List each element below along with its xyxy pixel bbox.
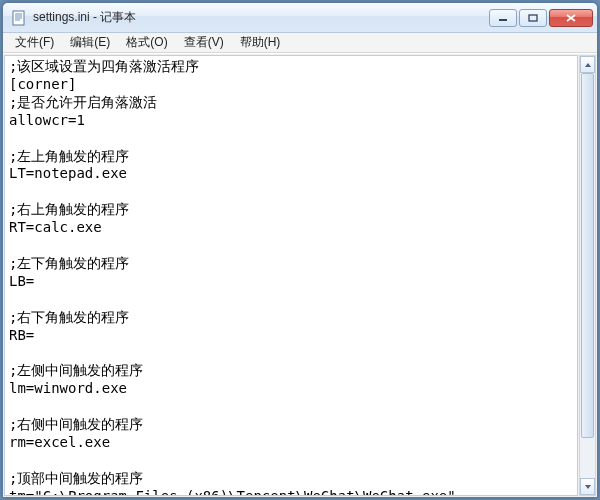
text-editor[interactable]: ;该区域设置为四角落激活程序[corner];是否允许开启角落激活allowcr… xyxy=(4,55,578,496)
menu-format[interactable]: 格式(O) xyxy=(118,32,175,53)
editor-line xyxy=(9,130,573,148)
editor-line: ;右侧中间触发的程序 xyxy=(9,416,573,434)
editor-line: ;是否允许开启角落激活 xyxy=(9,94,573,112)
editor-line: ;该区域设置为四角落激活程序 xyxy=(9,58,573,76)
menu-view[interactable]: 查看(V) xyxy=(176,32,232,53)
editor-line xyxy=(9,345,573,363)
minimize-button[interactable] xyxy=(489,9,517,27)
menu-file[interactable]: 文件(F) xyxy=(7,32,62,53)
menubar: 文件(F) 编辑(E) 格式(O) 查看(V) 帮助(H) xyxy=(3,33,597,53)
editor-line: [corner] xyxy=(9,76,573,94)
editor-line: ;右下角触发的程序 xyxy=(9,309,573,327)
editor-line: ;右上角触发的程序 xyxy=(9,201,573,219)
editor-line xyxy=(9,398,573,416)
editor-line: ;左下角触发的程序 xyxy=(9,255,573,273)
menu-edit[interactable]: 编辑(E) xyxy=(62,32,118,53)
scroll-up-button[interactable] xyxy=(580,56,595,73)
window-controls xyxy=(489,9,593,27)
svg-marker-10 xyxy=(585,485,591,489)
editor-line xyxy=(9,183,573,201)
close-button[interactable] xyxy=(549,9,593,27)
menu-help[interactable]: 帮助(H) xyxy=(232,32,289,53)
content-area: ;该区域设置为四角落激活程序[corner];是否允许开启角落激活allowcr… xyxy=(3,53,597,497)
editor-line: RT=calc.exe xyxy=(9,219,573,237)
editor-line: lm=winword.exe xyxy=(9,380,573,398)
editor-line: RB= xyxy=(9,327,573,345)
notepad-window: settings.ini - 记事本 文件(F) 编辑(E) 格式(O) 查看(… xyxy=(2,2,598,498)
editor-line: ;左上角触发的程序 xyxy=(9,148,573,166)
scrollbar-track[interactable] xyxy=(580,73,595,478)
editor-line xyxy=(9,237,573,255)
editor-line xyxy=(9,291,573,309)
vertical-scrollbar[interactable] xyxy=(579,55,596,496)
editor-line: rm=excel.exe xyxy=(9,434,573,452)
maximize-button[interactable] xyxy=(519,9,547,27)
titlebar[interactable]: settings.ini - 记事本 xyxy=(3,3,597,33)
editor-line: LB= xyxy=(9,273,573,291)
svg-rect-6 xyxy=(529,15,537,21)
editor-line: LT=notepad.exe xyxy=(9,165,573,183)
notepad-icon xyxy=(11,10,27,26)
scroll-down-button[interactable] xyxy=(580,478,595,495)
svg-marker-9 xyxy=(585,63,591,67)
scrollbar-thumb[interactable] xyxy=(581,73,594,438)
editor-line: ;顶部中间触发的程序 xyxy=(9,470,573,488)
editor-line: allowcr=1 xyxy=(9,112,573,130)
window-title: settings.ini - 记事本 xyxy=(33,9,489,26)
editor-line: ;左侧中间触发的程序 xyxy=(9,362,573,380)
editor-line xyxy=(9,452,573,470)
editor-line: tm="C:\Program Files (x86)\Tencent\WeCha… xyxy=(9,488,573,496)
